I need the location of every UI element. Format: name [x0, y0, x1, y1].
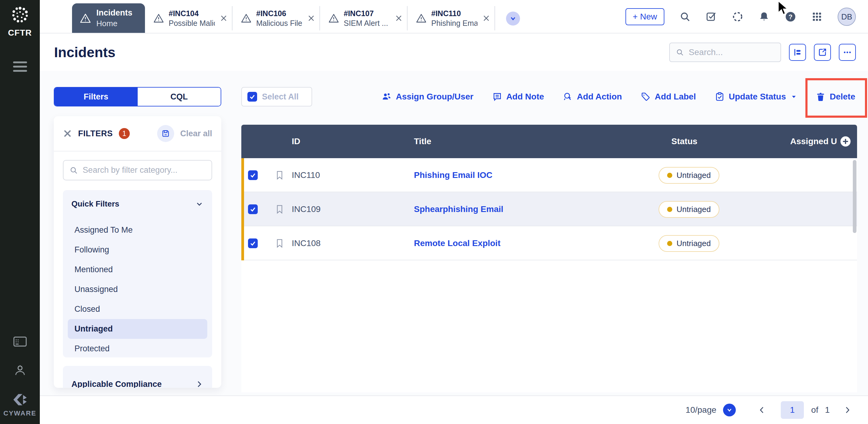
bookmark-icon[interactable]: [275, 171, 284, 180]
page-title: Incidents: [54, 44, 116, 60]
tab-inc110[interactable]: #INC110 Phishing Email I...: [408, 6, 495, 30]
chevron-down-icon: [509, 15, 517, 22]
tab-title: #INC107: [344, 9, 390, 18]
tab-inc104[interactable]: #INC104 Possible Malici...: [145, 6, 232, 30]
filter-category-search[interactable]: [63, 160, 212, 180]
footer-bar: 10/page 1 of 1: [40, 395, 868, 424]
search-input[interactable]: [689, 48, 774, 57]
quick-filter-mentioned[interactable]: Mentioned: [68, 260, 207, 280]
column-id[interactable]: ID: [292, 125, 300, 158]
tab-title: #INC110: [431, 9, 477, 18]
next-page-button[interactable]: [841, 406, 854, 414]
close-icon[interactable]: [482, 14, 490, 22]
search-icon: [676, 48, 684, 57]
total-pages: 1: [825, 405, 830, 415]
incident-id: INC109: [292, 192, 321, 226]
table-header: ID Title Status Assigned U: [241, 125, 857, 158]
quick-filter-closed[interactable]: Closed: [68, 299, 207, 319]
save-filter-button[interactable]: [157, 125, 174, 142]
chevron-down-icon: [726, 407, 733, 413]
quick-filter-assigned-to-me[interactable]: Assigned To Me: [68, 220, 207, 240]
close-filters-icon[interactable]: [63, 129, 72, 138]
quick-filter-following[interactable]: Following: [68, 240, 207, 260]
filters-panel: FILTERS 1 Clear all Quick Filters Assign…: [54, 116, 221, 388]
row-checkbox[interactable]: [248, 204, 258, 214]
app-sidebar: CFTR CYWARE: [0, 0, 40, 424]
warning-icon: [416, 13, 426, 23]
warning-icon: [153, 13, 164, 23]
filter-category-search-input[interactable]: [83, 166, 206, 175]
quick-filter-untriaged[interactable]: Untriaged: [68, 319, 207, 339]
table-row[interactable]: INC108 Remote Local Exploit Untriaged: [241, 226, 857, 260]
incident-title-link[interactable]: Phishing Email IOC: [414, 170, 492, 180]
tab-title: #INC106: [256, 9, 302, 18]
table-vertical-scrollbar[interactable]: [853, 160, 857, 424]
help-icon[interactable]: ?: [785, 11, 796, 23]
add-column-button[interactable]: [839, 125, 851, 158]
status-badge: Untriaged: [659, 201, 719, 218]
notifications-bell-icon[interactable]: [758, 11, 770, 22]
console-icon[interactable]: [13, 336, 27, 347]
cftr-logo-icon: [10, 5, 30, 25]
column-assigned-user[interactable]: Assigned U: [790, 125, 837, 158]
new-button[interactable]: + New: [625, 8, 664, 25]
cftr-logo-text: CFTR: [8, 28, 32, 38]
tab-inc107[interactable]: #INC107 SIEM Alert ...: [320, 6, 408, 30]
user-settings-icon[interactable]: [14, 364, 26, 376]
note-icon: [492, 92, 502, 102]
per-page-dropdown[interactable]: [723, 404, 736, 416]
table-row[interactable]: INC110 Phishing Email IOC Untriaged: [241, 158, 857, 192]
chevron-right-icon: [843, 406, 851, 414]
incidents-search[interactable]: [669, 43, 781, 62]
add-note-button[interactable]: Add Note: [492, 92, 544, 102]
select-all-checkbox[interactable]: [247, 92, 257, 102]
close-icon[interactable]: [395, 14, 403, 22]
column-title[interactable]: Title: [414, 125, 431, 158]
tab-subtitle: SIEM Alert ...: [344, 19, 390, 28]
sort-icon: [793, 48, 802, 57]
incident-title-link[interactable]: Sphearphishing Email: [414, 204, 503, 214]
sort-button[interactable]: [789, 44, 806, 61]
assign-group-user-button[interactable]: Assign Group/User: [382, 92, 473, 102]
close-icon[interactable]: [307, 14, 315, 22]
clear-all-button[interactable]: Clear all: [180, 129, 212, 138]
chevron-down-icon[interactable]: [195, 200, 204, 208]
tasks-icon[interactable]: [706, 11, 717, 22]
apps-grid-icon[interactable]: [811, 11, 823, 22]
applicable-compliance-section[interactable]: Applicable Compliance: [63, 366, 212, 388]
status-dot: [667, 241, 672, 246]
column-status[interactable]: Status: [671, 125, 698, 158]
tab-subtitle: Phishing Email I...: [431, 19, 477, 28]
delete-button[interactable]: Delete: [816, 92, 855, 102]
incident-title-link[interactable]: Remote Local Exploit: [414, 238, 501, 248]
select-all-button[interactable]: Select All: [241, 87, 312, 107]
user-avatar[interactable]: DB: [838, 8, 856, 26]
incident-id: INC110: [292, 158, 320, 192]
tab-overflow-button[interactable]: [506, 11, 520, 26]
bookmark-icon[interactable]: [275, 239, 284, 248]
menu-toggle-icon[interactable]: [13, 61, 27, 72]
current-page-box[interactable]: 1: [781, 401, 804, 419]
status-dot: [667, 173, 672, 178]
add-action-button[interactable]: Add Action: [563, 92, 622, 102]
update-status-button[interactable]: Update Status: [715, 92, 797, 102]
quick-filter-unassigned[interactable]: Unassigned: [68, 280, 207, 299]
tab-subtitle: Possible Malici...: [169, 19, 215, 28]
tab-cql[interactable]: CQL: [138, 88, 221, 106]
export-button[interactable]: [814, 44, 831, 61]
quick-filter-protected[interactable]: Protected: [68, 339, 207, 358]
table-row[interactable]: INC109 Sphearphishing Email Untriaged: [241, 192, 857, 226]
more-options-button[interactable]: [839, 44, 856, 61]
prev-page-button[interactable]: [755, 406, 769, 414]
row-checkbox[interactable]: [248, 238, 258, 248]
caret-down-icon: [791, 94, 797, 100]
tab-incidents-home[interactable]: Incidents Home: [72, 3, 145, 33]
add-label-button[interactable]: Add Label: [641, 92, 696, 102]
close-icon[interactable]: [220, 14, 228, 22]
row-checkbox[interactable]: [248, 170, 258, 180]
bookmark-icon[interactable]: [275, 205, 284, 214]
tab-filters[interactable]: Filters: [54, 88, 138, 106]
global-search-icon[interactable]: [680, 11, 690, 22]
tab-inc106[interactable]: #INC106 Malicious File E...: [232, 6, 320, 30]
quick-filters-card: Quick Filters Assigned To Me Following M…: [63, 190, 212, 358]
